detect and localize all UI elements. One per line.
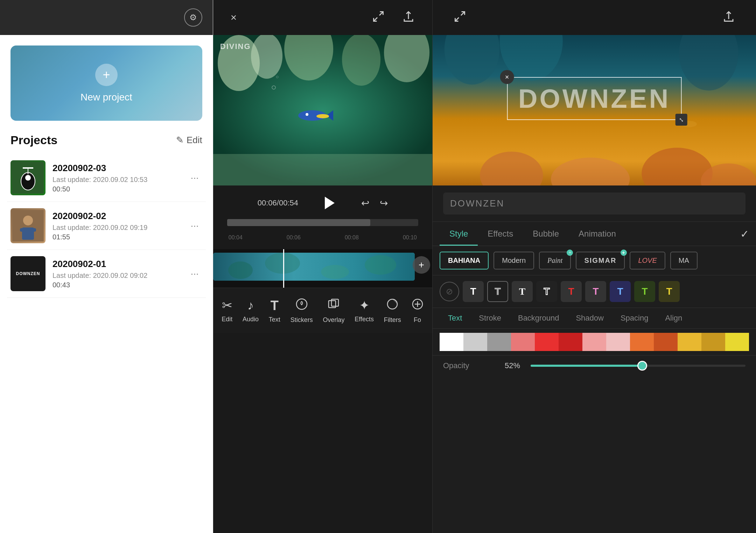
font-preset-bahiana[interactable]: BAHIANA (440, 252, 489, 269)
color-swatch-pink1[interactable] (582, 333, 606, 351)
toolbar-audio[interactable]: ♪ Audio (238, 295, 263, 326)
style-pink-button[interactable]: T (585, 281, 606, 302)
font-preset-sigmar[interactable]: SIGMAR (576, 252, 625, 269)
svg-point-27 (228, 261, 253, 279)
subtab-align[interactable]: Align (657, 308, 691, 328)
edit-label: Edit (222, 316, 232, 323)
toolbar-text[interactable]: T Text (265, 295, 285, 326)
style-blue-button[interactable]: T (610, 281, 631, 302)
tick-label: 00:06 (287, 234, 301, 241)
no-style-button[interactable]: ⊘ (440, 282, 459, 301)
edit-projects-button[interactable]: ✎ Edit (176, 135, 202, 146)
subtab-background[interactable]: Background (510, 308, 567, 328)
tab-style[interactable]: Style (440, 222, 478, 246)
font-preset-love[interactable]: LOVE (630, 252, 665, 269)
style-green-button[interactable]: T (634, 281, 655, 302)
color-swatch-orange[interactable] (630, 333, 654, 351)
project-item[interactable]: 20200902-02 Last update: 2020.09.02 09:1… (7, 202, 206, 250)
tab-effects[interactable]: Effects (478, 222, 523, 246)
color-swatch-red[interactable] (535, 333, 559, 351)
right-share-icon[interactable] (719, 7, 738, 29)
playback-controls: 00:06/00:54 ↩ ↪ 00:04 00:06 00:08 00:10 (213, 185, 432, 248)
undo-redo-controls: ↩ ↪ (361, 197, 388, 209)
style-extra-button[interactable]: T (659, 281, 680, 302)
style-red-button[interactable]: T (561, 281, 582, 302)
svg-line-10 (379, 12, 383, 15)
subtab-spacing[interactable]: Spacing (612, 308, 657, 328)
thumb-text-label: DOWNZEN (16, 271, 40, 276)
font-preset-paint[interactable]: Paint (539, 252, 571, 269)
video-track[interactable] (213, 253, 415, 281)
style-bold-outline-button[interactable]: T (536, 281, 557, 302)
style-plain-button[interactable]: T (463, 281, 484, 302)
color-swatch-white[interactable] (440, 333, 463, 351)
text-input-bar (433, 185, 756, 222)
share-icon[interactable] (399, 7, 418, 29)
play-button[interactable] (319, 192, 340, 213)
tab-bubble[interactable]: Bubble (523, 222, 569, 246)
undo-button[interactable]: ↩ (361, 197, 369, 209)
left-panel: ⚙ + New project Projects ✎ Edit 2 (0, 0, 213, 533)
overlay-label: Overlay (323, 316, 344, 324)
new-project-plus-icon: + (95, 64, 118, 86)
expand-icon[interactable] (369, 7, 388, 29)
text-style-icons: ⊘ T T T T T T T T T (433, 275, 756, 308)
style-outline-button[interactable]: T (487, 281, 508, 302)
add-track-button[interactable]: + (413, 256, 430, 274)
toolbar-fo[interactable]: Fo (407, 295, 428, 327)
new-project-label: New project (80, 92, 132, 103)
text-input-field[interactable] (443, 192, 746, 215)
color-swatch-gray[interactable] (487, 333, 511, 351)
tab-animation[interactable]: Animation (569, 222, 626, 246)
right-panel: × DOWNZEN ⤡ Style Effects Bubble (433, 0, 756, 533)
toolbar-overlay[interactable]: Overlay (318, 295, 349, 327)
svg-line-38 (461, 12, 465, 15)
right-expand-icon[interactable] (450, 7, 470, 29)
text-overlay-close-button[interactable]: × (500, 70, 514, 84)
new-project-button[interactable]: + New project (10, 45, 202, 121)
color-swatch-dorange[interactable] (654, 333, 678, 351)
opacity-slider[interactable] (531, 365, 746, 367)
filters-icon (386, 298, 399, 314)
toolbar-stickers[interactable]: Stickers (286, 295, 317, 327)
project-item[interactable]: 20200902-03 Last update: 2020.09.02 10:5… (7, 154, 206, 202)
color-palette (433, 329, 756, 356)
toolbar-filters[interactable]: Filters (380, 295, 405, 327)
underwater-bg: DIVING (213, 35, 432, 185)
toolbar-edit[interactable]: ✂ Edit (217, 295, 237, 326)
font-preset-modern[interactable]: Modern (493, 252, 534, 269)
subtab-text[interactable]: Text (440, 308, 470, 328)
font-preset-ma[interactable]: MA (670, 252, 698, 269)
project-item[interactable]: DOWNZEN 20200902-01 Last update: 2020.09… (7, 250, 206, 298)
timeline-scrubber[interactable] (227, 219, 418, 226)
opacity-thumb[interactable] (637, 361, 647, 371)
color-swatch-bright-yellow[interactable] (725, 333, 749, 351)
audio-label: Audio (243, 316, 259, 323)
edit-label: Edit (187, 135, 202, 146)
color-swatch-pink2[interactable] (606, 333, 630, 351)
color-swatch-lpink[interactable] (511, 333, 535, 351)
close-button[interactable]: × (227, 8, 240, 27)
color-swatch-dred[interactable] (559, 333, 582, 351)
confirm-button[interactable]: ✓ (740, 228, 749, 240)
settings-icon[interactable]: ⚙ (184, 8, 202, 27)
font-presets: BAHIANA Modern Paint SIGMAR LOVE MA (433, 246, 756, 275)
project-more-button[interactable]: ··· (187, 217, 202, 235)
subtab-shadow[interactable]: Shadow (567, 308, 612, 328)
filters-label: Filters (384, 316, 401, 324)
project-more-button[interactable]: ··· (187, 265, 202, 283)
redo-button[interactable]: ↪ (380, 197, 388, 209)
project-list: 20200902-03 Last update: 2020.09.02 10:5… (0, 154, 213, 533)
subtab-stroke[interactable]: Stroke (470, 308, 510, 328)
text-overlay-resize-handle[interactable]: ⤡ (675, 114, 687, 126)
effects-icon: ✦ (359, 298, 370, 313)
text-overlay[interactable]: × DOWNZEN ⤡ (507, 77, 682, 120)
playhead[interactable] (283, 249, 284, 288)
color-swatch-yellow[interactable] (678, 333, 701, 351)
color-swatch-dyellow[interactable] (701, 333, 725, 351)
color-swatch-lgray[interactable] (463, 333, 487, 351)
style-serif-button[interactable]: T (512, 281, 533, 302)
project-more-button[interactable]: ··· (187, 169, 202, 187)
resize-icon: ⤡ (679, 117, 684, 123)
toolbar-effects[interactable]: ✦ Effects (350, 295, 378, 326)
